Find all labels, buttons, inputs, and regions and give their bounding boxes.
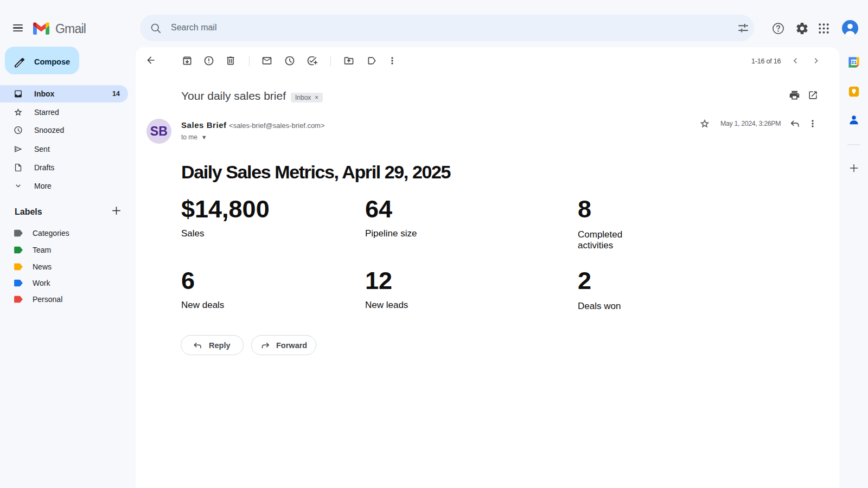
svg-text:31: 31 bbox=[851, 60, 857, 65]
